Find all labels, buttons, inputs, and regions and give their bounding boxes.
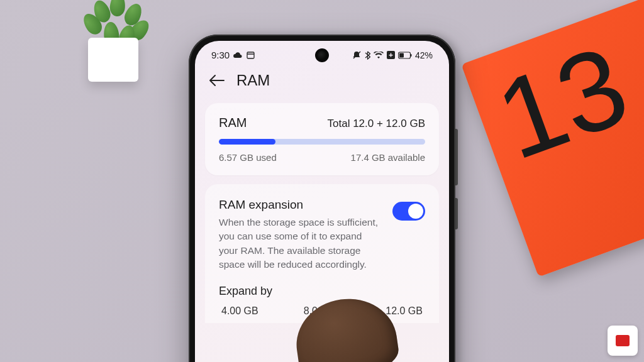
channel-logo xyxy=(608,326,638,356)
svg-rect-8 xyxy=(399,53,404,57)
wifi-icon xyxy=(374,52,384,59)
ram-progress-fill xyxy=(219,139,275,145)
mute-icon xyxy=(352,51,362,60)
expansion-description: When the storage space is sufficient, yo… xyxy=(219,216,381,272)
expand-option-4gb[interactable]: 4.00 GB xyxy=(221,305,258,317)
battery-percent: 42% xyxy=(415,50,433,60)
page-header: RAM xyxy=(195,63,449,103)
plant-decoration xyxy=(63,0,164,82)
cloud-icon xyxy=(233,52,243,59)
battery-icon xyxy=(398,52,412,59)
back-icon[interactable] xyxy=(209,74,225,87)
expand-option-12gb[interactable]: 12.0 GB xyxy=(386,305,423,317)
ram-available-text: 17.4 GB available xyxy=(351,152,425,163)
front-camera xyxy=(315,48,329,62)
ram-label: RAM xyxy=(219,116,247,130)
ram-total: Total 12.0 + 12.0 GB xyxy=(328,118,425,130)
page-title: RAM xyxy=(236,72,270,89)
svg-rect-7 xyxy=(411,54,412,57)
product-box: 13 xyxy=(461,0,644,277)
calendar-icon xyxy=(247,51,255,59)
expansion-toggle[interactable] xyxy=(392,202,425,221)
battery-saver-icon xyxy=(387,51,395,59)
ram-usage-card: RAM Total 12.0 + 12.0 GB 6.57 GB used 17… xyxy=(205,103,439,175)
ram-progress-bar xyxy=(219,139,425,145)
expand-by-label: Expand by xyxy=(219,285,425,298)
bluetooth-icon xyxy=(365,51,370,60)
ram-used-text: 6.57 GB used xyxy=(219,152,277,163)
svg-rect-0 xyxy=(247,52,254,58)
ram-expansion-section: RAM expansion When the storage space is … xyxy=(205,184,439,323)
status-time: 9:30 xyxy=(211,50,230,60)
expansion-title: RAM expansion xyxy=(219,198,381,212)
svg-rect-5 xyxy=(391,53,392,57)
